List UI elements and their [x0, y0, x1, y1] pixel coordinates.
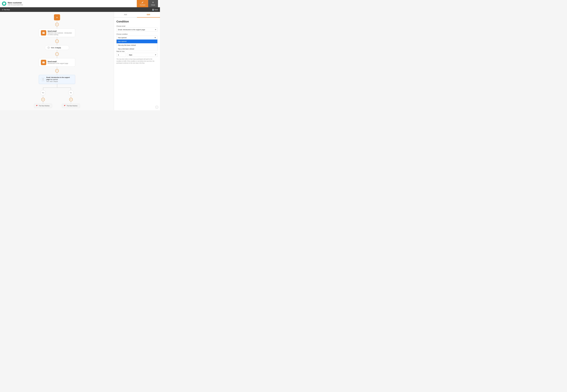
content-button-label: Content — [140, 4, 145, 6]
no-branch: No + 🚩 The flow finishes — [61, 90, 81, 108]
choose-email-label: Choose email — [116, 25, 157, 27]
connector-6 — [57, 56, 57, 58]
add-button-3[interactable]: + — [55, 52, 59, 56]
choose-email-select[interactable]: Email: Introduction to the support page — [116, 28, 157, 32]
yes-add-button[interactable]: + — [41, 98, 45, 101]
branch-split — [33, 84, 81, 90]
email-icon-1 — [41, 30, 46, 36]
hint-text: The max time refers to how long a partic… — [116, 58, 157, 64]
header: New customer Edit the automated flow Con… — [0, 0, 160, 7]
panel-content: Condition Choose email Email: Introducti… — [114, 18, 160, 105]
email-node-text-1: Send email Welcome new customer - introd… — [48, 30, 73, 36]
connector-5 — [57, 50, 57, 52]
wait-label: Wait: 2 day(s) — [51, 47, 61, 49]
branch-h-line — [43, 87, 71, 88]
save-label[interactable]: 💾 Save — [152, 9, 158, 11]
main-layout: + Send email Welcome new customer - intr… — [0, 12, 160, 110]
yes-branch: Yes + 🚩 The flow finishes — [33, 90, 53, 108]
header-title: New customer Edit the automated flow — [8, 1, 23, 6]
condition-dropdown-trigger[interactable]: Has opened ▼ — [116, 36, 157, 40]
panel-tabs: Add Edit — [114, 12, 160, 18]
wait-for-row: days — [116, 53, 157, 57]
info-button[interactable]: i — [155, 106, 158, 109]
condition-dropdown-list: Has opened Has any link been clicked Has… — [116, 40, 157, 51]
send-email-node-1[interactable]: Send email Welcome new customer - introd… — [39, 28, 75, 37]
email-node-subtitle-2: Introduction to the support page — [48, 63, 68, 64]
test-flow-label[interactable]: ⊙ Test flow — [2, 9, 10, 11]
no-finish-node[interactable]: 🚩 The flow finishes — [62, 104, 80, 108]
choose-condition-label: Choose condition — [116, 33, 157, 35]
save-section: 💾 Save — [152, 9, 158, 11]
branch-v-left — [43, 87, 43, 90]
connector-1 — [57, 20, 57, 23]
app-subtitle: Edit the automated flow — [8, 4, 23, 6]
connector-3 — [57, 37, 57, 40]
right-panel: Add Edit Condition Choose email Email: I… — [114, 12, 160, 110]
branch-v-right — [71, 87, 71, 90]
email-icon-2 — [41, 60, 46, 65]
sub-header: ⊙ Test flow 💾 Save — [0, 7, 160, 12]
email-node-title-1: Send email — [48, 30, 73, 32]
panel-title: Condition — [116, 20, 157, 23]
wait-unit-select[interactable]: days — [127, 53, 157, 57]
flow-start-node — [54, 14, 60, 20]
condition-dropdown-value: Has opened — [118, 37, 127, 39]
connector-8 — [57, 72, 57, 75]
no-finish-label: The flow finishes — [67, 105, 77, 107]
content-button[interactable]: Content — [137, 0, 148, 7]
test-flow-section: ⊙ Test flow — [2, 9, 10, 11]
branch-v-top — [57, 84, 57, 88]
send-email-node-2[interactable]: Send email Introduction to the support p… — [39, 58, 75, 67]
flow-canvas[interactable]: + Send email Welcome new customer - intr… — [0, 12, 114, 110]
yes-connector-1 — [43, 95, 43, 98]
yes-connector-2 — [43, 101, 43, 104]
yes-finish-label: The flow finishes — [39, 105, 50, 107]
connector-4 — [57, 43, 57, 45]
header-buttons: Content Close — [137, 0, 158, 7]
dropdown-option-has-opened[interactable]: Has opened — [116, 40, 157, 43]
no-add-button[interactable]: + — [69, 98, 73, 101]
yes-finish-node[interactable]: 🚩 The flow finishes — [34, 104, 52, 108]
tab-edit[interactable]: Edit — [137, 12, 160, 18]
close-button-label: Close — [151, 4, 155, 6]
connector-7 — [57, 67, 57, 69]
condition-dropdown[interactable]: Has opened ▼ Has opened Has any link bee… — [116, 36, 157, 40]
yes-finish-flag: 🚩 — [36, 105, 38, 107]
condition-text: Email: Introduction to the support page … — [46, 76, 73, 83]
tab-add[interactable]: Add — [114, 12, 137, 18]
add-button-2[interactable]: + — [55, 40, 59, 43]
no-finish-flag: 🚩 — [64, 105, 66, 107]
panel-footer: i — [114, 105, 160, 110]
chevron-down-icon: ▼ — [154, 37, 156, 39]
close-button[interactable]: Close — [148, 0, 158, 7]
email-node-title-2: Send email — [48, 61, 68, 63]
app-name: New customer — [8, 1, 23, 4]
condition-icon — [41, 77, 45, 82]
add-button-1[interactable]: + — [55, 23, 59, 26]
email-node-text-2: Send email Introduction to the support p… — [48, 61, 68, 64]
flow-inner: + Send email Welcome new customer - intr… — [0, 12, 114, 110]
no-label: No — [68, 90, 74, 95]
dropdown-option-has-any-link[interactable]: Has any link been clicked — [116, 43, 157, 47]
dropdown-option-has-link[interactable]: Has a link been clicked — [116, 47, 157, 51]
no-connector-1 — [71, 95, 71, 98]
branch-row: Yes + 🚩 The flow finishes No + — [33, 90, 81, 108]
condition-wait: Wait: max 1 day(s) — [46, 81, 73, 83]
condition-description: Email: Introduction to the support page … — [46, 76, 73, 81]
wait-node[interactable]: Wait: 2 day(s) — [45, 45, 69, 50]
app-logo — [2, 1, 6, 6]
wait-value-input[interactable] — [116, 53, 126, 57]
email-node-subtitle-1: Welcome new customer - introduction to o… — [48, 32, 73, 36]
connector-2 — [57, 26, 57, 28]
no-connector-2 — [71, 101, 71, 104]
add-button-4[interactable]: + — [55, 69, 59, 72]
condition-node[interactable]: Email: Introduction to the support page … — [39, 75, 75, 84]
yes-label: Yes — [40, 90, 46, 95]
